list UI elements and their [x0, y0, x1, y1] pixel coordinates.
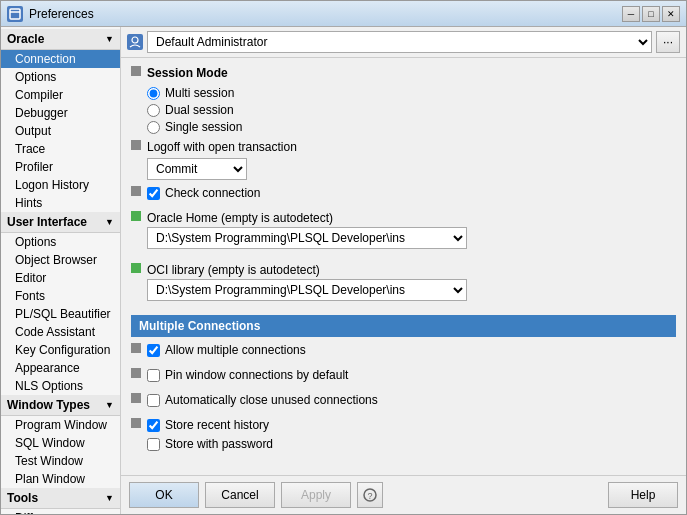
apply-button[interactable]: Apply [281, 482, 351, 508]
store-recent-label[interactable]: Store recent history [147, 418, 273, 432]
close-button[interactable]: ✕ [662, 6, 680, 22]
minimize-button[interactable]: ─ [622, 6, 640, 22]
pin-window-checkbox[interactable] [147, 369, 160, 382]
allow-multiple-checkbox[interactable] [147, 344, 160, 357]
oracle-home-field: Oracle Home (empty is autodetect) D:\Sys… [147, 211, 676, 249]
store-password-checkbox[interactable] [147, 438, 160, 451]
auto-close-label[interactable]: Automatically close unused connections [147, 393, 378, 407]
svg-text:?: ? [367, 491, 372, 501]
sidebar-item-differences[interactable]: Differences [1, 509, 120, 514]
sidebar-item-editor[interactable]: Editor [1, 269, 120, 287]
sidebar-item-output[interactable]: Output [1, 122, 120, 140]
sidebar-item-code-assistant[interactable]: Code Assistant [1, 323, 120, 341]
sidebar-item-debugger[interactable]: Debugger [1, 104, 120, 122]
store-recent-checkbox[interactable] [147, 419, 160, 432]
maximize-button[interactable]: □ [642, 6, 660, 22]
oracle-home-select[interactable]: D:\System Programming\PLSQL Developer\in… [147, 227, 467, 249]
sidebar-item-connection[interactable]: Connection [1, 50, 120, 68]
window-types-section-header[interactable]: Window Types ▼ [1, 395, 120, 416]
dual-session-label: Dual session [165, 103, 234, 117]
svg-point-2 [132, 37, 138, 43]
sidebar-item-nls-options[interactable]: NLS Options [1, 377, 120, 395]
window-icon [7, 6, 23, 22]
radio-dual-session[interactable]: Dual session [147, 103, 676, 117]
oracle-section-header[interactable]: Oracle ▼ [1, 29, 120, 50]
multiple-connections-title: Multiple Connections [139, 319, 260, 333]
check-connection-text: Check connection [165, 186, 260, 200]
session-mode-marker [131, 66, 141, 76]
logoff-select[interactable]: Commit [147, 158, 247, 180]
sidebar-item-compiler[interactable]: Compiler [1, 86, 120, 104]
right-panel: Default Administrator ··· Session Mode M… [121, 27, 686, 514]
svg-rect-0 [10, 9, 20, 19]
sidebar-item-appearance[interactable]: Appearance [1, 359, 120, 377]
help-icon-button[interactable]: ? [357, 482, 383, 508]
multi-session-label: Multi session [165, 86, 234, 100]
pin-window-marker [131, 368, 141, 378]
check-connection-checkbox[interactable] [147, 187, 160, 200]
check-connection-marker [131, 186, 141, 196]
radio-single-session[interactable]: Single session [147, 120, 676, 134]
oracle-arrow-icon: ▼ [105, 34, 114, 44]
allow-multiple-marker [131, 343, 141, 353]
session-mode-title: Session Mode [147, 66, 676, 80]
title-bar-buttons: ─ □ ✕ [622, 6, 680, 22]
oracle-section-label: Oracle [7, 32, 44, 46]
auto-close-text: Automatically close unused connections [165, 393, 378, 407]
radio-multi-session[interactable]: Multi session [147, 86, 676, 100]
oci-library-label: OCI library (empty is autodetect) [147, 263, 676, 277]
session-mode-row: Session Mode Multi session Dual session [131, 66, 676, 134]
check-connection-label[interactable]: Check connection [147, 186, 260, 200]
sidebar-item-logon-history[interactable]: Logon History [1, 176, 120, 194]
sidebar-item-sql-window[interactable]: SQL Window [1, 434, 120, 452]
profile-select[interactable]: Default Administrator [147, 31, 652, 53]
allow-multiple-row: Allow multiple connections [131, 343, 676, 362]
ui-section-header[interactable]: User Interface ▼ [1, 212, 120, 233]
sidebar-item-hints[interactable]: Hints [1, 194, 120, 212]
auto-close-checkbox[interactable] [147, 394, 160, 407]
store-password-label[interactable]: Store with password [147, 437, 273, 451]
main-content: Oracle ▼ Connection Options Compiler Deb… [1, 27, 686, 514]
sidebar-item-key-config[interactable]: Key Configuration [1, 341, 120, 359]
window-types-label: Window Types [7, 398, 90, 412]
oracle-home-marker [131, 211, 141, 221]
store-password-text: Store with password [165, 437, 273, 451]
pin-window-label[interactable]: Pin window connections by default [147, 368, 348, 382]
logoff-row: Logoff with open transaction Commit [131, 140, 676, 180]
auto-close-row: Automatically close unused connections [131, 393, 676, 412]
logoff-label: Logoff with open transaction [147, 140, 297, 154]
allow-multiple-text: Allow multiple connections [165, 343, 306, 357]
sidebar-item-ui-options[interactable]: Options [1, 233, 120, 251]
sidebar-item-object-browser[interactable]: Object Browser [1, 251, 120, 269]
cancel-button[interactable]: Cancel [205, 482, 275, 508]
ui-arrow-icon: ▼ [105, 217, 114, 227]
sidebar-item-plan-window[interactable]: Plan Window [1, 470, 120, 488]
sidebar-item-fonts[interactable]: Fonts [1, 287, 120, 305]
tools-arrow-icon: ▼ [105, 493, 114, 503]
dots-button[interactable]: ··· [656, 31, 680, 53]
window-types-arrow-icon: ▼ [105, 400, 114, 410]
allow-multiple-label[interactable]: Allow multiple connections [147, 343, 306, 357]
tools-section-header[interactable]: Tools ▼ [1, 488, 120, 509]
title-bar: Preferences ─ □ ✕ [1, 1, 686, 27]
auto-close-marker [131, 393, 141, 403]
store-recent-marker [131, 418, 141, 428]
oci-library-field: OCI library (empty is autodetect) D:\Sys… [147, 263, 676, 301]
session-mode-box: Session Mode Multi session Dual session [147, 66, 676, 134]
sidebar-item-program-window[interactable]: Program Window [1, 416, 120, 434]
logoff-section: Logoff with open transaction Commit [147, 140, 297, 180]
profile-icon [127, 34, 143, 50]
ok-button[interactable]: OK [129, 482, 199, 508]
oracle-home-row: Oracle Home (empty is autodetect) D:\Sys… [131, 211, 676, 257]
sidebar-item-plsql-beautifier[interactable]: PL/SQL Beautifier [1, 305, 120, 323]
store-recent-text: Store recent history [165, 418, 269, 432]
help-button[interactable]: Help [608, 482, 678, 508]
oci-library-select[interactable]: D:\System Programming\PLSQL Developer\in… [147, 279, 467, 301]
store-recent-row: Store recent history Store with password [131, 418, 676, 456]
oci-library-row: OCI library (empty is autodetect) D:\Sys… [131, 263, 676, 309]
sidebar-item-profiler[interactable]: Profiler [1, 158, 120, 176]
tools-section-label: Tools [7, 491, 38, 505]
sidebar-item-test-window[interactable]: Test Window [1, 452, 120, 470]
sidebar-item-options[interactable]: Options [1, 68, 120, 86]
sidebar-item-trace[interactable]: Trace [1, 140, 120, 158]
